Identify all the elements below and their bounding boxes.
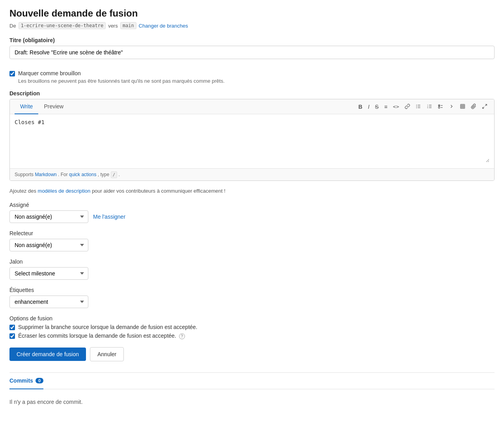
form-actions: Créer demande de fusion Annuler [9,347,495,361]
bullet-list-button[interactable] [414,102,423,112]
bold-button[interactable]: B [357,102,364,111]
write-tab[interactable]: Write [15,99,38,114]
template-hint: Ajoutez des modèles de description pour … [9,188,495,194]
indent-button[interactable] [447,102,456,112]
merge-option1-label: Supprimer la branche source lorsque la d… [18,324,198,330]
table-button[interactable] [458,102,467,112]
branch-from-label: De [9,23,16,29]
strikethrough-button[interactable]: S [373,102,381,111]
svg-line-23 [483,107,484,108]
svg-line-22 [485,104,487,106]
description-textarea[interactable]: Closes #1 [15,119,489,162]
merge-options-label: Options de fusion [9,315,495,322]
quick-actions-link[interactable]: quick actions [69,172,96,177]
markdown-hint-middle: . For [58,172,68,177]
editor-tab-bar: Write Preview B I S ≡ <> 123 [10,99,494,114]
milestone-label: Jalon [9,258,495,265]
svg-rect-14 [439,107,440,108]
template-hint-suffix: pour aider vos contributeurs à communiqu… [92,188,226,194]
page-title: Nouvelle demande de fusion [9,8,495,19]
svg-rect-17 [461,104,465,108]
cancel-button[interactable]: Annuler [90,347,124,361]
markdown-hint-suffix: , type [98,172,109,177]
code-button[interactable]: <> [391,102,401,111]
heading-button[interactable]: ≡ [382,102,389,111]
slash-hint: . [118,172,119,177]
editor-toolbar: B I S ≡ <> 123 [357,102,489,112]
description-label: Description [9,90,495,97]
no-commits-message: Il n'y a pas encore de commit. [9,396,495,408]
markdown-link[interactable]: Markdown [35,172,56,177]
source-branch: 1-ecrire-une-scene-de-theatre [19,22,106,29]
preview-tab[interactable]: Preview [38,99,69,114]
description-editor: Write Preview B I S ≡ <> 123 [9,99,495,181]
squash-commits-checkbox[interactable] [9,333,15,339]
editor-body[interactable]: Closes #1 [10,114,494,168]
numbered-list-button[interactable]: 123 [425,102,434,112]
task-list-button[interactable] [436,102,445,112]
reviewer-label: Relecteur [9,230,495,236]
self-assign-link[interactable]: Me l'assigner [93,214,125,220]
draft-hint: Les brouillons ne peuvent pas être fusio… [18,78,495,84]
fullscreen-button[interactable] [480,102,489,112]
submit-button[interactable]: Créer demande de fusion [9,348,86,361]
template-link[interactable]: modèles de description [38,188,91,194]
draft-checkbox[interactable] [9,71,15,76]
branch-info: De 1-ecrire-une-scene-de-theatre vers ma… [9,22,495,29]
markdown-hint-prefix: Supports [15,172,34,177]
svg-text:3: 3 [427,107,428,109]
svg-point-4 [416,106,417,107]
milestone-select[interactable]: Select milestone [9,267,88,280]
title-input[interactable] [9,46,495,59]
target-branch: main [120,22,136,29]
editor-footer: Supports Markdown . For quick actions , … [10,168,494,180]
slash-command: / [111,171,118,178]
commits-tab-row: Commits 0 [9,373,495,389]
assignee-label: Assigné [9,202,495,208]
commits-tab[interactable]: Commits 0 [9,373,43,389]
labels-label: Étiquettes [9,287,495,293]
labels-select[interactable]: enhancement [9,296,88,308]
squash-help-icon[interactable]: ? [179,333,185,339]
svg-point-3 [416,104,417,105]
title-label: Titre (obligatoire) [9,37,495,43]
commits-tab-label: Commits [9,377,33,384]
template-hint-prefix: Ajoutez des [9,188,36,194]
change-branches-link[interactable]: Changer de branches [139,23,188,29]
commits-section: Commits 0 Il n'y a pas encore de commit. [9,373,495,408]
assignee-select[interactable]: Non assigné(e) [9,210,88,223]
svg-point-5 [416,107,417,108]
draft-label: Marquer comme brouillon [18,70,81,76]
commits-count-badge: 0 [35,378,43,383]
merge-option2-label: Écraser les commits lorsque la demande d… [18,333,185,339]
italic-button[interactable]: I [366,102,371,111]
attach-button[interactable] [469,102,478,112]
delete-source-checkbox[interactable] [9,325,15,330]
reviewer-select[interactable]: Non assigné(e) [9,239,88,251]
branch-to-label: vers [108,23,118,29]
link-button[interactable] [403,102,412,112]
